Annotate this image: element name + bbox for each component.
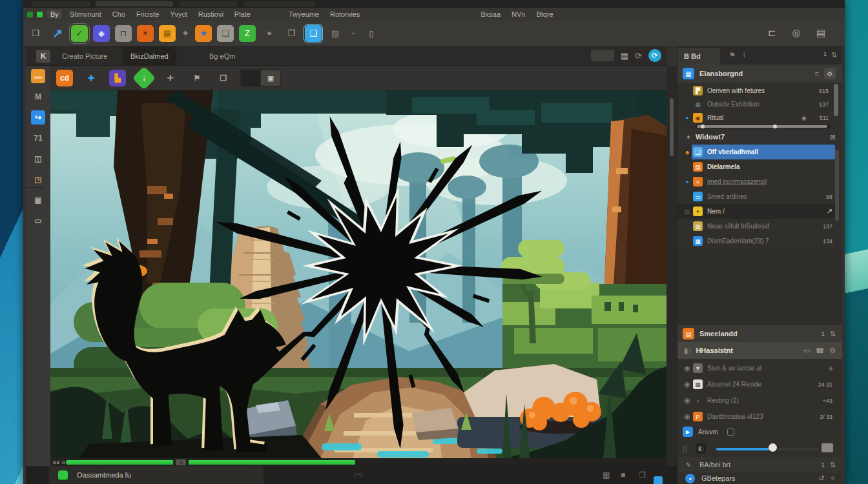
copy-icon[interactable]: ❐ (639, 470, 646, 479)
info-icon[interactable]: i (743, 51, 745, 59)
menu-item[interactable]: Plate (234, 10, 251, 18)
toggle-left-button[interactable] (242, 70, 260, 86)
row-diameaderriam[interactable]: ▦ DiamEaderriam(23) 7 134 (677, 234, 839, 248)
tool-m-icon[interactable]: M (26, 86, 50, 107)
move-cross-icon[interactable]: ✛ (162, 70, 179, 86)
titlebar-tab[interactable] (244, 1, 315, 6)
menu-item[interactable]: Friciste (136, 10, 159, 18)
menu-lines-icon[interactable]: ≡ (815, 70, 819, 77)
row-selected-item[interactable]: ● ❑ Off vberladhmall (677, 145, 839, 159)
menu-item[interactable]: Cho (112, 10, 125, 18)
sparkle-icon[interactable]: ✧ (830, 474, 836, 483)
eye-icon[interactable]: ◉ (681, 412, 693, 421)
clipboard-blue-icon[interactable]: ❑ (305, 25, 322, 42)
row-smed-ardines[interactable]: ▭ Smed ardines 98 (677, 189, 839, 204)
sort-icon[interactable]: ⇅ (830, 330, 836, 338)
shield-pin-icon[interactable]: ✓ (71, 25, 88, 42)
grid-small-icon[interactable]: ▦ (603, 470, 610, 479)
logo-tab-icon[interactable]: K (36, 50, 50, 63)
row-nem[interactable]: ◫ ✦ Nem / ↗ (677, 204, 839, 219)
footer-section-header[interactable]: ✎ BA/bei brt 1 ⇅ (677, 457, 842, 472)
cd-orange-icon[interactable]: cd (56, 70, 73, 86)
status-blue-icon[interactable] (654, 476, 663, 484)
lock-icon[interactable]: ⊓ (115, 25, 132, 42)
file-gray-icon[interactable]: ❏ (217, 25, 234, 42)
z-green-icon[interactable]: Z (239, 25, 256, 42)
flag-small-icon[interactable]: ⚑ (729, 51, 736, 59)
panel-split-icon[interactable]: ❐ (283, 25, 300, 42)
slider-value-box[interactable] (822, 443, 833, 452)
tab-create-picture[interactable]: Creato Picture (54, 46, 115, 66)
menu-item[interactable]: By (47, 10, 62, 19)
layer-row-dav[interactable]: ◉ P Davdtricislaw-i4123 3/ 33 (677, 408, 839, 425)
layer-row-aloumel[interactable]: ◉ ▦ Aloumel 24 Reside 24 32 (677, 376, 839, 392)
menu-item[interactable]: NVn (512, 10, 525, 18)
menu-item[interactable]: Stimvnunt (70, 10, 101, 18)
dot-small-icon[interactable]: ▪ (349, 25, 358, 42)
frame-bracket-icon[interactable]: ❒ (215, 70, 232, 86)
flag-icon[interactable]: ⚑ (189, 70, 205, 86)
progress-mid-icon[interactable]: m (176, 459, 186, 465)
refresh-icon[interactable]: ⟳ (635, 51, 642, 61)
undo-icon[interactable]: ↺ (819, 474, 825, 483)
titlebar-tab[interactable] (96, 1, 173, 6)
monitor-icon[interactable]: ▭ (803, 347, 810, 355)
menu-item[interactable]: Rotorvies (330, 10, 360, 18)
cursor-arrow-icon[interactable]: ↗ (49, 25, 66, 42)
chat-bubble-icon[interactable]: ▭ (26, 210, 50, 231)
menu-item[interactable]: Yvyct (170, 10, 187, 18)
layer-row-resting[interactable]: ◉ ♪ Resting (1) ~43 (677, 392, 839, 408)
stop-icon[interactable]: ■ (621, 470, 625, 479)
layer-row-lancar[interactable]: ◉ ▼ Sten & av lancar at 6 (677, 360, 839, 376)
toggle-right-button[interactable]: ▣ (261, 70, 280, 86)
row-outside-exhibition[interactable]: ▦ Outside Exhibition 137 (677, 97, 835, 111)
row-dielarmela[interactable]: ▤ Dielarmela (677, 159, 839, 174)
window-panel-icon[interactable]: ❒ (27, 25, 44, 42)
split-view-icon[interactable]: ◫ (26, 148, 50, 169)
layers-71-icon[interactable]: 71 (26, 128, 50, 148)
flame-box-icon[interactable]: ✶ (137, 25, 154, 42)
row-neue-silfult[interactable]: ▥ Neue silfult InSuitesid 137 (677, 219, 839, 234)
panel-hscrollbar[interactable] (696, 125, 831, 128)
status-tab[interactable]: Oassamtmeda fu (49, 466, 264, 484)
eye-icon[interactable]: ◉ (681, 364, 693, 372)
paint-gray-icon[interactable]: ▨ (327, 25, 344, 42)
star-badge-icon[interactable]: ★ (195, 25, 212, 42)
bottom-row[interactable]: ● GBetepars ↺ ✧ (677, 472, 842, 484)
sort-icon[interactable]: ⇅ (831, 51, 837, 59)
anim-row[interactable]: ▶ Anvvm (677, 423, 842, 440)
puzzle-blue-icon[interactable]: ✚ (83, 70, 99, 86)
stack-icon[interactable]: ▤ (812, 25, 829, 41)
eye-icon[interactable]: ◉ (681, 396, 693, 405)
row-scene-features[interactable]: ▛ Oeriven with fetures 615 (677, 84, 835, 97)
phone-icon[interactable]: ☎ (815, 347, 824, 355)
grid-yellow-icon[interactable]: ▦ (159, 25, 176, 42)
binoculars-icon[interactable]: ◎ (788, 25, 805, 41)
menu-item[interactable]: Twyeume (289, 10, 319, 18)
menu-item[interactable]: Btqre (536, 10, 553, 18)
row-ritual[interactable]: ● ◆ Ritual ◈ 511 (677, 111, 835, 125)
tab-blizdalmed[interactable]: BkizDalmed (123, 46, 176, 66)
menu-item[interactable]: Bxsaa (480, 10, 501, 18)
workspace-section-header[interactable]: ✦ Widowt7 ⊠ (677, 129, 842, 145)
titlebar-tab[interactable] (180, 1, 238, 6)
sync-blue-icon[interactable]: ⟳ (648, 49, 661, 62)
anim-checkbox[interactable] (727, 429, 734, 436)
panel-tab-active[interactable]: B Bd (677, 48, 720, 65)
vertical-scrollbar[interactable] (670, 98, 674, 156)
menu-item[interactable]: Rustiovi (198, 10, 223, 18)
dock-left-icon[interactable]: ⊏ (763, 25, 780, 41)
chart-purple-icon[interactable]: ▙ (109, 70, 126, 86)
folder-orange-icon[interactable]: ▬ (26, 66, 50, 86)
close-icon[interactable]: ⊠ (830, 133, 836, 141)
diamond-green-icon[interactable]: ↓ (132, 66, 156, 90)
eye-icon[interactable]: ◉ (681, 380, 693, 388)
gear-icon[interactable]: ⚙ (829, 347, 836, 355)
outline-section-header[interactable]: ▦ Elansborgnd ≡ ⚙ (677, 65, 842, 83)
canvas-viewport[interactable] (50, 90, 666, 458)
slider-box-icon[interactable]: ◧ (696, 443, 706, 454)
titlebar-tab[interactable] (32, 1, 90, 6)
volume-slider[interactable] (716, 448, 818, 450)
gear-icon[interactable]: ⚙ (824, 68, 836, 79)
assist-header[interactable]: ◧ HHassistnt ▭ ☎ ⚙ (677, 342, 842, 359)
